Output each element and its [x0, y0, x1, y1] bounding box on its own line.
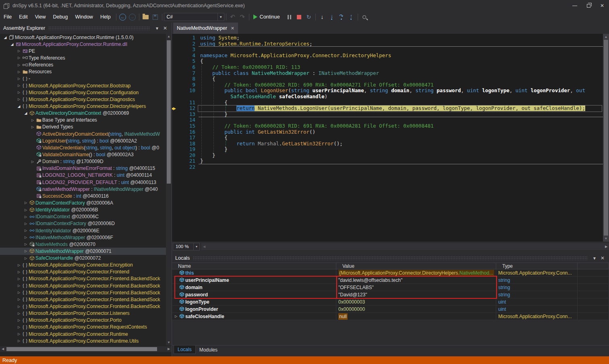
expander-collapsed-icon[interactable]: ▷ — [16, 312, 22, 315]
tree-item[interactable]: ◢ActiveDirectoryDomainContext @02000069 — [0, 110, 166, 117]
tree-item[interactable]: ▷References — [0, 62, 166, 68]
locals-row-logonType[interactable]: logonType0x00000003uint — [172, 298, 609, 306]
code-line[interactable]: 10 public bool LogonUser(string userPrin… — [172, 88, 603, 94]
tree-item[interactable]: ◢{ }Microsoft.ApplicationProxy.Connector… — [0, 103, 166, 110]
tree-item[interactable]: ▷IdentityValidator @0200006B — [0, 207, 166, 213]
expander-collapsed-icon[interactable]: ▷ — [23, 222, 29, 225]
tree-horizontal-scrollbar[interactable]: ◀ ▶ — [0, 346, 172, 352]
tree-item[interactable]: ▷INativeMethodWrapper @0200006F — [0, 234, 166, 241]
nav-forward-button[interactable]: → — [128, 12, 137, 22]
expander-expanded-icon[interactable]: ◢ — [16, 104, 22, 108]
search-button[interactable] — [360, 12, 369, 22]
locals-value-cell[interactable]: "OFFSECLABS" — [336, 284, 496, 291]
redo-button[interactable]: ↷ — [238, 12, 247, 22]
expander-collapsed-icon[interactable]: ▷ — [16, 284, 22, 287]
tree-item[interactable]: ▷{ }Microsoft.ApplicationProxy.Connector… — [0, 269, 166, 275]
tree-item[interactable]: ▷{ }Microsoft.ApplicationProxy.Connector… — [0, 275, 166, 282]
expander-collapsed-icon[interactable]: ▷ — [23, 236, 29, 239]
tree-item[interactable]: ▷{ }Microsoft.ApplicationProxy.Connector… — [0, 296, 166, 303]
code-line-current[interactable]: 12 return NativeMethods.LogonUser(userPr… — [172, 105, 603, 112]
step-over-button[interactable]: ↷ — [337, 12, 346, 22]
code-line[interactable]: 6 // Token: 0x02000071 RID: 113 — [172, 64, 603, 70]
tree-item[interactable]: ▷{ }Microsoft.ApplicationProxy.Connector… — [0, 337, 166, 344]
step-into-button[interactable]: ↓ — [327, 12, 337, 22]
tree-item[interactable]: ▷IIdentityValidator @0200006E — [0, 227, 166, 234]
tree-item[interactable]: ▷Base Type and Interfaces — [0, 117, 166, 124]
code-line[interactable]: 18 return Marshal.GetLastWin32Error(); — [172, 141, 603, 147]
locals-column-type[interactable]: Type — [496, 263, 578, 269]
tree-item[interactable]: ▷DomainContextFactory @0200006A — [0, 199, 166, 206]
menu-file[interactable]: File — [0, 12, 15, 22]
tree-item[interactable]: ▷Derived Types — [0, 124, 166, 130]
tree-item[interactable]: LOGON32_PROVIDER_DEFAULT : uint @0400011… — [0, 179, 166, 186]
step-out-button[interactable]: ↑ — [346, 12, 356, 22]
tree-item[interactable]: ValidateDomainName() : bool @060002A3 — [0, 151, 166, 158]
scroll-left-icon[interactable]: ◀ — [201, 243, 207, 250]
locals-row-this[interactable]: this{Microsoft.ApplicationProxy.Connecto… — [172, 269, 609, 277]
bottom-tab-modules[interactable]: Modules — [196, 345, 221, 354]
scroll-down-icon[interactable]: ▼ — [166, 340, 172, 345]
tree-item[interactable]: LOGON32_LOGON_NETWORK : uint @04000114 — [0, 172, 166, 179]
minimize-button[interactable]: — — [568, 0, 582, 11]
menu-edit[interactable]: Edit — [15, 12, 31, 22]
tree-item[interactable]: ▷{ }Microsoft.ApplicationProxy.Connector… — [0, 324, 166, 331]
nav-back-button[interactable]: ← — [118, 12, 128, 22]
expander-expanded-icon[interactable]: ◢ — [23, 111, 29, 115]
tree-item[interactable]: ActiveDirectoryDomainContext(string, INa… — [0, 130, 166, 137]
tree-item[interactable]: ▷NativeMethods @02000070 — [0, 241, 166, 248]
expander-collapsed-icon[interactable]: ▷ — [16, 325, 22, 329]
tree-item[interactable]: LogonUser(string, string) : bool @060002… — [0, 137, 166, 144]
menu-window[interactable]: Window — [71, 12, 96, 22]
tree-item[interactable]: ▷{ }Microsoft.ApplicationProxy.Connector… — [0, 310, 166, 317]
tree-item[interactable]: SuccessCode : int @04000116 — [0, 192, 166, 199]
code-line[interactable]: 2using System.Runtime.InteropServices; — [172, 41, 603, 47]
expander-collapsed-icon[interactable]: ▷ — [16, 97, 22, 101]
locals-column-name[interactable]: Name — [172, 263, 336, 269]
code-line[interactable]: 22 — [172, 164, 603, 170]
close-button[interactable]: ✕ — [595, 0, 609, 11]
tree-item[interactable]: ▷Domain : string @1700009D — [0, 158, 166, 165]
locals-row-userPrincipalName[interactable]: userPrincipalName"david.lewis@offseclabs… — [172, 277, 609, 284]
tree-item[interactable]: ▷{ }- — [0, 75, 166, 82]
menu-debug[interactable]: Debug — [50, 12, 72, 22]
code-line[interactable]: 16 public int GetLastWin32Error() — [172, 129, 603, 135]
tree-scroll-thumb[interactable] — [167, 40, 171, 184]
tree-item[interactable]: ▷{ }Microsoft.ApplicationProxy.Connector… — [0, 82, 166, 89]
expander-collapsed-icon[interactable]: ▷ — [16, 56, 22, 60]
expander-collapsed-icon[interactable]: ▷ — [16, 49, 22, 53]
locals-row-logonProvider[interactable]: logonProvider0x00000000uint — [172, 306, 609, 313]
locals-value-cell[interactable]: "David@123" — [336, 291, 496, 298]
locals-value-cell[interactable]: null — [336, 313, 496, 320]
expander-expanded-icon[interactable]: ◢ — [9, 42, 15, 46]
scroll-right-icon[interactable]: ▶ — [166, 346, 172, 352]
expander-collapsed-icon[interactable]: ▷ — [16, 332, 22, 336]
expander-collapsed-icon[interactable]: ▷ — [16, 291, 22, 294]
tree-item[interactable]: nativeMethodWrapper : INativeMethodWrapp… — [0, 186, 166, 192]
panel-close-icon[interactable]: ✕ — [599, 255, 607, 261]
locals-row-domain[interactable]: domain"OFFSECLABS"string — [172, 284, 609, 291]
code-line[interactable]: 13 } — [172, 112, 603, 118]
chevron-down-icon[interactable]: ▼ — [218, 13, 224, 21]
expander-collapsed-icon[interactable]: ▷ — [16, 63, 22, 67]
code-editor[interactable]: 1using System;2using System.Runtime.Inte… — [172, 34, 609, 242]
menu-help[interactable]: Help — [97, 12, 114, 22]
tree-vertical-scrollbar[interactable]: ▲ ▼ — [166, 34, 172, 345]
code-line[interactable]: 3 — [172, 47, 603, 53]
locals-column-value[interactable]: Value — [336, 263, 496, 269]
locals-value-cell[interactable]: 0x00000000 — [336, 306, 496, 312]
tab-nativemethodwrapper[interactable]: NativeMethodWrapper ✕ — [173, 23, 238, 34]
pause-button[interactable] — [285, 12, 294, 22]
locals-row-password[interactable]: password"David@123"string — [172, 291, 609, 298]
editor-scroll-thumb[interactable] — [604, 40, 608, 236]
tree-item[interactable]: ▷{ }Microsoft.ApplicationProxy.Connector… — [0, 89, 166, 96]
menu-view[interactable]: View — [31, 12, 50, 22]
expander-collapsed-icon[interactable]: ▷ — [16, 70, 22, 74]
expander-collapsed-icon[interactable]: ▷ — [30, 125, 35, 129]
tree-item[interactable]: ▷Resources — [0, 68, 166, 75]
code-line[interactable]: 8 { — [172, 76, 603, 82]
expander-collapsed-icon[interactable]: ▷ — [16, 277, 22, 281]
code-line[interactable]: 9 // Token: 0x060002B2 RID: 690 RVA: 0x0… — [172, 82, 603, 88]
tree-item[interactable]: ▷{ }Microsoft.ApplicationProxy.Connector… — [0, 289, 166, 296]
expander-collapsed-icon[interactable]: ▷ — [16, 339, 22, 343]
code-line[interactable]: 20 } — [172, 153, 603, 159]
